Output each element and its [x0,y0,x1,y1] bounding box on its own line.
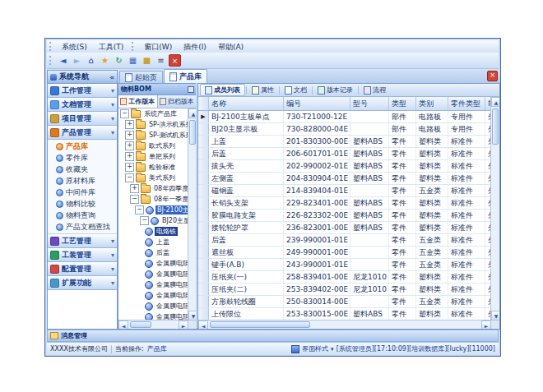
scrollbar-track[interactable] [491,107,499,311]
table-row[interactable]: 拔头壳202-990002-01E塑料ABS零件塑料类标准件外协条 [198,160,491,173]
table-row[interactable]: 上盖201-830300-00E塑料ABS零件塑料类标准件外协条 [198,136,491,148]
table-row[interactable]: 胶膜电路支架226-823302-00E塑料ABS零件塑料类标准件外协条 [198,210,491,222]
scroll-up-icon[interactable]: ▲ [491,97,499,107]
tab-archived-version[interactable]: 归档版本 [158,95,197,108]
refresh-icon[interactable]: ↻ [113,54,125,67]
horizontal-scrollbar[interactable]: ◄ ► [198,320,491,329]
table-row[interactable]: 长销头支架229-823401-00E塑料ABS零件塑料类标准件外协条 [198,197,491,210]
expand-icon[interactable]: + [125,141,134,150]
tree-item[interactable]: −美式系列 [118,173,188,183]
collapse-icon[interactable]: − [120,109,129,118]
pin-icon[interactable] [188,86,194,93]
forward-icon[interactable]: ► [71,54,83,67]
menu-window[interactable]: 窗口(W) [138,41,178,53]
table-row[interactable]: 左侧盖204-830904-01E塑料ABS零件塑料类标准件外协条 [198,173,491,185]
tab-version-history[interactable]: 版本记录 [313,85,357,95]
close-icon[interactable]: × [487,71,498,81]
menu-help[interactable]: 帮助(A) [212,41,249,53]
back-icon[interactable]: ◄ [57,54,69,67]
scrollbar-thumb[interactable] [189,120,196,145]
tree-item[interactable]: 金属膜电阻器 [118,258,188,269]
table-row[interactable]: BJ20主显示板730-828000-04E部件电路板专用件外协颗 [198,123,491,136]
list-icon[interactable]: ≡ [155,54,167,67]
vertical-scrollbar[interactable]: ▲ ▼ [490,97,499,321]
exit-icon[interactable]: × [169,54,181,67]
tab-product-library[interactable]: 产品库 [164,69,207,83]
collapse-icon[interactable]: « [109,73,114,81]
tree-item[interactable]: 金属膜电阻器 [118,301,188,311]
expand-icon[interactable]: + [130,184,139,193]
collapse-icon[interactable]: − [130,195,139,204]
tree-item[interactable]: +检验标准 [118,162,188,173]
menu-plugin[interactable]: 插件(I) [178,41,212,53]
tab-member-list[interactable]: 成员列表 [200,84,245,96]
table-row[interactable]: 压纸夹(一)258-839401-00E尼龙1010零件塑料类标准件外协条 [198,271,491,284]
nav-group-document[interactable]: 文档管理▾ [48,98,117,112]
tree-item[interactable]: +SP-测试机系列 [118,130,188,141]
nav-group-config[interactable]: 配置管理▾ [48,262,117,276]
nav-item-favorites[interactable]: 收藏夹 [48,164,117,175]
tree-item[interactable]: 金属膜电阻器 [118,279,188,290]
toolbar-grip[interactable] [49,56,53,65]
scrollbar-thumb[interactable] [130,321,151,328]
column-header[interactable]: 类型 [389,97,416,110]
collapse-icon[interactable]: − [140,216,149,225]
nav-item-material-compare[interactable]: 物料比较 [48,198,117,210]
collapse-icon[interactable]: − [125,173,134,182]
lock-icon[interactable]: ■ [141,54,153,67]
table-row[interactable]: 键手(A.B)243-990001-01E零件五金类标准件外协条 [198,259,491,271]
collapse-icon[interactable]: − [135,205,144,214]
table-row[interactable]: ▶BJ-2100主板单点730-T21000-12E部件电路板专用件外协颗 [198,111,491,123]
message-bar[interactable]: 消息管理 [47,330,499,342]
tree-item[interactable]: −BJ20主显示板 [118,215,188,226]
tab-properties[interactable]: 属性 [248,85,278,95]
dropdown-icon[interactable]: ▾ [331,346,334,353]
expand-icon[interactable]: + [125,152,134,161]
expand-icon[interactable]: + [125,163,134,172]
tree-item[interactable]: −BJ-2100主板单点 [118,205,188,215]
tab-working-version[interactable]: 工作版本 [118,95,158,108]
tree-item[interactable]: 后盖 [118,247,188,258]
nav-group-extension[interactable]: 扩展功能▾ [48,276,117,290]
nav-group-process[interactable]: 工艺管理▾ [48,234,117,248]
scrollbar-thumb[interactable] [210,321,310,328]
tab-start-page[interactable]: 起始页 [119,71,163,83]
scrollbar-thumb[interactable] [492,108,499,145]
tree-item[interactable]: −系统产品库 [118,108,188,119]
expand-icon[interactable]: + [125,120,134,129]
tree-item[interactable]: +SP-演示机系列 [118,119,188,130]
scroll-right-icon[interactable]: ► [481,321,491,329]
horizontal-scrollbar[interactable]: ◄ ► [118,320,188,329]
favorites-icon[interactable]: ★ [99,54,111,67]
scrollbar-track[interactable] [128,321,179,329]
tree-item[interactable]: +欧式系列 [118,141,188,151]
tab-documents[interactable]: 文档 [281,85,311,95]
tree-item[interactable]: 金属膜电阻器 [118,269,188,279]
table-row[interactable]: 接轮轮护罩236-823001-00E塑料ABS零件塑料类标准件外协条 [198,222,491,234]
scroll-left-icon[interactable]: ◄ [198,321,208,329]
tree-item[interactable]: 金属膜电阻器 [118,290,188,301]
table-row[interactable]: 上传限位253-830015-00E塑料ABS零件塑料类标准件外协条 [198,308,491,321]
tree-item[interactable]: +08年四季度 [118,183,188,194]
menu-system[interactable]: 系统(S) [56,41,93,53]
column-header[interactable]: 编号 [284,97,350,110]
expand-icon[interactable]: + [125,131,134,140]
ui-style-label[interactable]: 界面样式 [302,344,328,353]
nav-item-raw-material[interactable]: 原材料库 [48,175,117,187]
tree-item[interactable]: −08年一季度 [118,194,188,205]
table-row[interactable]: 磁钢盖214-839404-01E零件五金类标准件外协条 [198,185,491,197]
table-row[interactable]: 遮丝板249-990001-00E零件五金类标准件外协条 [198,247,491,259]
nav-group-work[interactable]: 工作管理▾ [48,84,117,98]
column-header[interactable]: 类别 [416,97,448,110]
table-row[interactable]: 压纸夹(二)253-839402-00E尼龙1010零件塑料类标准件外协条 [198,284,491,296]
nav-item-doc-search[interactable]: 产品文档查找 [48,221,117,233]
scrollbar-track[interactable] [208,321,481,329]
nav-item-material-query[interactable]: 物料查询 [48,210,117,221]
column-header[interactable]: 零件类型 [448,97,485,110]
tab-workflow[interactable]: 流程 [360,85,390,95]
column-header[interactable]: 名称 [209,97,284,110]
nav-group-tooling[interactable]: 工装管理▾ [48,248,117,262]
menu-tools[interactable]: 工具(T) [93,41,130,53]
column-header[interactable]: 型号 [350,97,389,110]
nav-group-project[interactable]: 项目管理▾ [48,112,117,126]
